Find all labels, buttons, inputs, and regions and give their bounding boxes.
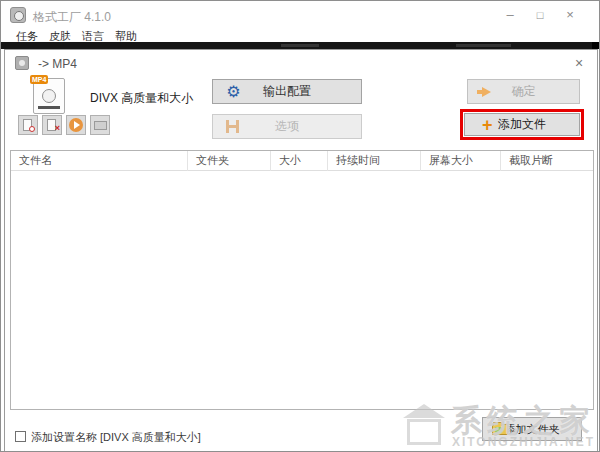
column-header-folder[interactable]: 文件夹 [188, 151, 271, 171]
column-header-duration[interactable]: 持续时间 [328, 151, 421, 171]
trim-options-icon [226, 120, 239, 133]
dialog-icon [15, 56, 29, 70]
preset-name-label: DIVX 高质量和大小 [90, 90, 193, 107]
watermark-house-icon [407, 419, 441, 445]
mp4-badge: MP4 [30, 75, 48, 84]
screen-info-icon[interactable] [90, 115, 110, 135]
options-button[interactable]: 选项 [212, 114, 362, 139]
remove-file-icon[interactable] [18, 115, 38, 135]
column-header-filename[interactable]: 文件名 [11, 151, 188, 171]
format-factory-app-icon [10, 7, 26, 23]
plus-icon: + [482, 114, 493, 136]
dimmed-background-strip [1, 42, 599, 49]
menu-bar: 任务 皮肤 语言 帮助 [1, 29, 599, 42]
column-header-size[interactable]: 大小 [271, 151, 328, 171]
clear-list-icon[interactable]: × [42, 115, 62, 135]
play-icon[interactable] [66, 115, 86, 135]
mp4-file-icon: MP4 [33, 78, 65, 114]
add-file-highlight-box: + 添加文件 [460, 109, 584, 140]
folder-icon [492, 424, 508, 435]
add-file-button[interactable]: + 添加文件 [464, 113, 580, 136]
mp4-preset-dialog: -> MP4 × MP4 DIVX 高质量和大小 ⚙ 输出配置 确定 × [4, 49, 598, 452]
dialog-close-icon[interactable]: × [570, 54, 588, 72]
output-config-button[interactable]: ⚙ 输出配置 [212, 79, 362, 104]
maximize-button[interactable]: □ [527, 5, 553, 25]
close-button[interactable]: × [557, 5, 583, 25]
column-header-clip[interactable]: 截取片断 [501, 151, 593, 171]
table-header-row: 文件名 文件夹 大小 持续时间 屏幕大小 截取片断 [11, 151, 593, 171]
append-setting-name-label: 添加设置名称 [DIVX 高质量和大小] [31, 430, 201, 445]
append-setting-name-checkbox[interactable] [15, 431, 26, 442]
title-bar: 格式工厂 4.1.0 – □ × [1, 1, 599, 29]
minimize-button[interactable]: – [497, 5, 523, 25]
gear-icon: ⚙ [225, 83, 242, 100]
ok-button[interactable]: 确定 [467, 79, 580, 104]
format-factory-window: 格式工厂 4.1.0 – □ × 任务 皮肤 语言 帮助 -> MP4 × MP… [0, 0, 600, 452]
dialog-title: -> MP4 [38, 57, 77, 71]
file-list-table: 文件名 文件夹 大小 持续时间 屏幕大小 截取片断 [10, 150, 594, 410]
add-folder-button[interactable]: 添加文件夹 [482, 417, 582, 441]
column-header-screensize[interactable]: 屏幕大小 [421, 151, 501, 171]
window-title: 格式工厂 4.1.0 [33, 9, 111, 26]
arrow-right-icon [482, 87, 491, 97]
